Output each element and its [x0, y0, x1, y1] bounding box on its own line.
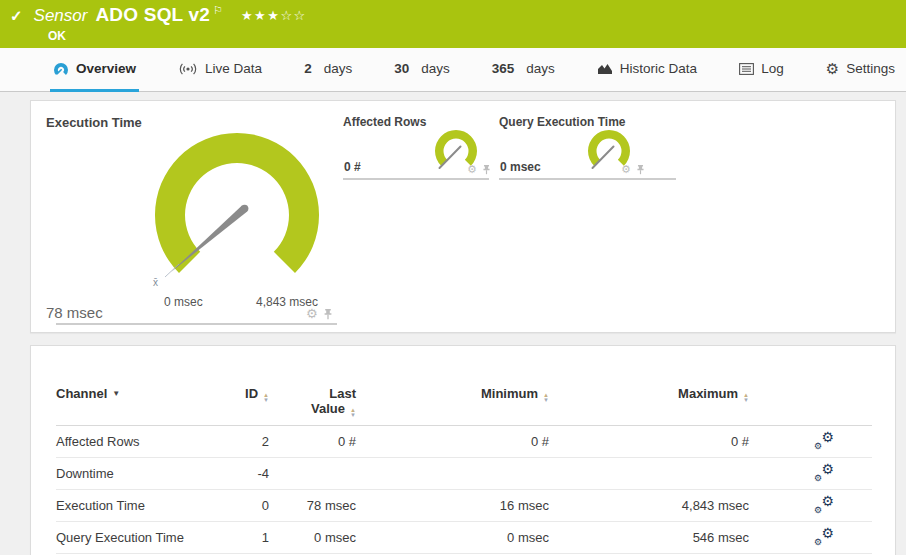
- execution-time-gauge: x̄: [132, 129, 342, 301]
- tab-log[interactable]: Log: [736, 48, 787, 92]
- live-data-icon: [178, 62, 198, 76]
- tab-365-days[interactable]: 365days: [489, 48, 558, 92]
- gear-icon[interactable]: ⚙: [621, 164, 631, 175]
- historic-data-icon: [597, 62, 613, 75]
- tab-30-days[interactable]: 30days: [391, 48, 453, 92]
- main-gauge-title: Execution Time: [46, 115, 142, 130]
- priority-stars[interactable]: ★★★☆☆: [241, 8, 307, 23]
- small-gauge-actions: ⚙: [467, 164, 491, 175]
- pin-icon[interactable]: [323, 308, 333, 320]
- column-header-channel[interactable]: Channel▼: [56, 386, 216, 401]
- channel-name[interactable]: Execution Time: [56, 498, 216, 513]
- sort-down-icon: ▼: [350, 413, 356, 418]
- channel-name[interactable]: Query Execution Time: [56, 530, 216, 545]
- channel-id: 1: [216, 530, 269, 545]
- gear-icon: ⚙: [814, 474, 822, 483]
- gauge-icon: [53, 61, 69, 77]
- tab-overview[interactable]: Overview: [50, 48, 139, 92]
- channels-panel: Channel▼ ID▲▼ LastValue▲▼ Minimum▲▼ Maxi…: [30, 345, 896, 555]
- gear-icon[interactable]: ⚙: [467, 164, 477, 175]
- column-header-last-value[interactable]: LastValue▲▼: [269, 386, 356, 418]
- minimum-value: 16 msec: [356, 498, 549, 513]
- flag-icon[interactable]: ⚐: [213, 4, 223, 17]
- gear-icon: ⚙: [814, 506, 822, 515]
- minimum-value: 0 #: [356, 434, 549, 449]
- small-gauge-value: 0 msec: [500, 160, 541, 174]
- tab-historic-data[interactable]: Historic Data: [594, 48, 700, 92]
- gauges-panel: Execution Time x̄ 0 msec 4,843 msec 78 m…: [30, 100, 896, 333]
- stars-filled: ★★★: [241, 8, 280, 23]
- channel-name[interactable]: Affected Rows: [56, 434, 216, 449]
- tab-day-count: 2: [304, 61, 312, 76]
- tab-day-count: 365: [492, 61, 515, 76]
- gear-icon: ⚙: [826, 61, 839, 76]
- pin-icon[interactable]: [482, 164, 491, 175]
- table-row: Downtime -4 ⚙⚙: [56, 458, 872, 490]
- last-value: 78 msec: [269, 498, 356, 513]
- stars-empty: ☆☆: [280, 8, 306, 23]
- sort-icon: ▲▼: [743, 393, 749, 403]
- tab-day-unit: days: [526, 61, 555, 76]
- tab-day-unit: days: [421, 61, 450, 76]
- tab-label: Overview: [76, 61, 136, 76]
- gear-icon: ⚙: [821, 462, 834, 476]
- tab-day-unit: days: [324, 61, 353, 76]
- column-label: Value: [311, 401, 345, 416]
- small-gauge-value: 0 #: [344, 160, 361, 174]
- maximum-value: 0 #: [549, 434, 749, 449]
- tab-2-days[interactable]: 2days: [301, 48, 355, 92]
- sensor-title-line: ✓ Sensor ADO SQL v2 ⚐ ★★★☆☆: [10, 4, 307, 26]
- gear-icon[interactable]: ⚙: [306, 307, 318, 320]
- channel-settings-button[interactable]: ⚙⚙: [813, 496, 834, 515]
- channel-settings-button[interactable]: ⚙⚙: [813, 464, 834, 483]
- channel-id: 0: [216, 498, 269, 513]
- gauge-min-label: 0 msec: [164, 295, 203, 309]
- column-label: ID: [245, 386, 258, 401]
- main-gauge-actions: ⚙: [306, 307, 333, 320]
- tab-day-count: 30: [394, 61, 409, 76]
- average-marker: x̄: [153, 277, 158, 288]
- sensor-tabbar: Overview Live Data 2days 30days 365days: [0, 48, 906, 92]
- cell-divider: [56, 323, 337, 325]
- table-row: Query Execution Time 1 0 msec 0 msec 546…: [56, 522, 872, 554]
- gear-icon: ⚙: [821, 494, 834, 508]
- tab-label: Log: [761, 61, 784, 76]
- gear-icon: ⚙: [814, 442, 822, 451]
- status-badge: OK: [48, 29, 66, 43]
- tab-label: Live Data: [205, 61, 262, 76]
- tab-live-data[interactable]: Live Data: [175, 48, 265, 92]
- minimum-value: 0 msec: [356, 530, 549, 545]
- main-gauge-value: 78 msec: [46, 304, 103, 321]
- tab-label: Historic Data: [620, 61, 697, 76]
- pin-icon[interactable]: [636, 164, 645, 175]
- gear-icon: ⚙: [821, 430, 834, 444]
- sensor-name: ADO SQL v2: [95, 4, 210, 26]
- tab-settings[interactable]: ⚙ Settings: [823, 48, 898, 92]
- table-row: Affected Rows 2 0 # 0 # 0 # ⚙⚙: [56, 426, 872, 458]
- channel-name[interactable]: Downtime: [56, 466, 216, 481]
- object-kind-label: Sensor: [34, 6, 88, 26]
- prtg-sensor-page: ✓ Sensor ADO SQL v2 ⚐ ★★★☆☆ OK Overview: [0, 0, 906, 555]
- sort-down-icon: ▼: [743, 398, 749, 403]
- channel-table-header: Channel▼ ID▲▼ LastValue▲▼ Minimum▲▼ Maxi…: [56, 346, 872, 426]
- maximum-value: 546 msec: [549, 530, 749, 545]
- cell-divider: [343, 178, 489, 180]
- column-header-maximum[interactable]: Maximum▲▼: [549, 386, 749, 403]
- sort-desc-icon: ▼: [112, 389, 120, 398]
- status-check-icon: ✓: [10, 7, 23, 25]
- maximum-value: 4,843 msec: [549, 498, 749, 513]
- last-value: 0 msec: [269, 530, 356, 545]
- column-header-id[interactable]: ID▲▼: [216, 386, 269, 403]
- column-label: Maximum: [678, 386, 738, 401]
- channel-settings-button[interactable]: ⚙⚙: [813, 528, 834, 547]
- small-gauge-actions: ⚙: [621, 164, 645, 175]
- channel-settings-button[interactable]: ⚙⚙: [813, 432, 834, 451]
- sensor-header-bar: ✓ Sensor ADO SQL v2 ⚐ ★★★☆☆ OK: [0, 0, 906, 48]
- channel-id: -4: [216, 466, 269, 481]
- column-header-minimum[interactable]: Minimum▲▼: [356, 386, 549, 403]
- channel-id: 2: [216, 434, 269, 449]
- tab-label: Settings: [846, 61, 895, 76]
- log-icon: [739, 63, 754, 75]
- small-gauge-title: Affected Rows: [343, 115, 426, 129]
- gear-icon: ⚙: [814, 538, 822, 547]
